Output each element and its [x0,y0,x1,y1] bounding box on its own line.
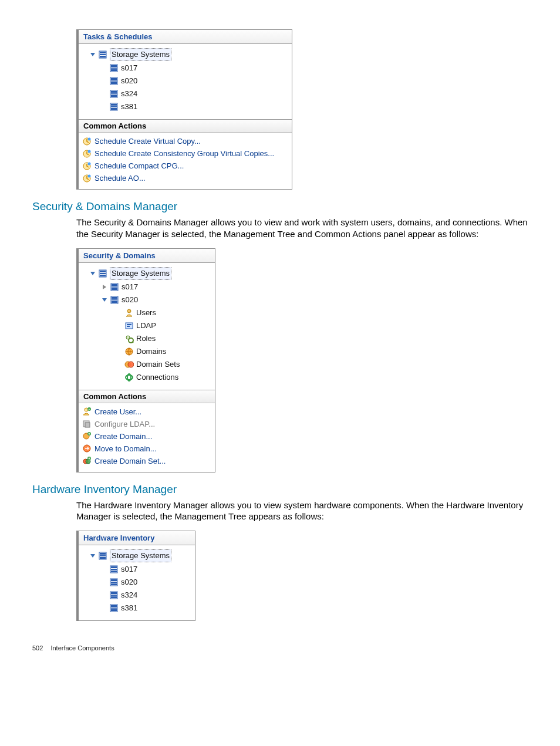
storage-icon [109,578,119,587]
management-tree: Storage Systems s017 s020 s324 s381 [79,44,292,119]
tree-item[interactable]: s020 [82,576,191,589]
tree-item[interactable]: s020 [82,75,288,87]
configure-ldap-icon [82,419,92,428]
action-label: Create Domain... [95,430,152,443]
tree-item[interactable]: s381 [82,602,191,615]
tree-root[interactable]: Storage Systems [82,549,191,563]
action-link[interactable]: Schedule Create Virtual Copy... [82,135,288,147]
tree-root-label: Storage Systems [110,48,171,61]
section-heading-security: Security & Domains Manager [32,200,528,213]
body-text: The Hardware Inventory Manager allows yo… [76,499,528,523]
tree-item-label: Roles [136,333,156,345]
tree-item[interactable]: s381 [82,100,288,113]
body-text: The Security & Domains Manager allows yo… [76,217,528,240]
expand-down-icon[interactable] [89,52,96,58]
tree-item-label: s020 [121,576,137,588]
storage-icon [109,590,119,600]
domain-icon [124,347,134,356]
domain-set-icon [124,360,134,369]
roles-icon [124,334,134,343]
tree-item[interactable]: s020 [82,293,211,306]
tree-item-label: Connections [136,372,178,383]
storage-icon [98,50,107,59]
action-link[interactable]: Schedule AO... [82,172,288,184]
tree-item[interactable]: s324 [82,87,288,100]
expand-down-icon[interactable] [89,270,96,276]
action-label: Move to Domain... [95,443,157,455]
tree-item[interactable]: s017 [82,563,191,576]
hardware-inventory-panel: Hardware Inventory Storage Systems s017 … [76,531,195,621]
storage-icon [110,295,119,305]
common-actions: Schedule Create Virtual Copy... Schedule… [79,133,292,189]
tree-item-label: s381 [121,602,137,614]
tree-item[interactable]: Users [82,306,211,319]
tree-item-label: Users [136,307,156,319]
tree-item-label: s381 [121,101,137,113]
expand-down-icon[interactable] [89,553,96,559]
action-create-domain[interactable]: Create Domain... [82,430,211,443]
management-tree: Storage Systems s017 s020 s324 s381 [79,545,195,620]
expand-down-icon[interactable] [101,296,107,303]
tree-item[interactable]: s324 [82,589,191,602]
tree-item[interactable]: s017 [82,62,288,75]
create-domain-set-icon [82,456,92,465]
action-label: Schedule Create Virtual Copy... [95,135,201,147]
action-configure-ldap[interactable]: Configure LDAP... [82,418,211,430]
schedule-icon [82,161,92,171]
panel-title: Hardware Inventory [79,531,195,545]
page-footer: 502 Interface Components [32,644,528,652]
section-heading-hardware: Hardware Inventory Manager [32,483,528,496]
connections-icon [124,373,134,382]
storage-icon [109,603,119,613]
common-actions-title: Common Actions [79,119,292,133]
storage-icon [109,89,119,99]
action-label: Configure LDAP... [95,418,155,430]
tree-item-label: s324 [121,88,137,100]
action-label: Create User... [95,406,141,418]
tree-item[interactable]: Domain Sets [82,358,211,371]
tree-item[interactable]: Domains [82,345,211,358]
tree-item-label: s017 [122,281,138,293]
panel-title: Tasks & Schedules [79,30,292,44]
tree-item[interactable]: Connections [82,371,211,384]
expand-right-icon[interactable] [101,283,107,290]
user-icon [124,308,134,318]
action-move-domain[interactable]: Move to Domain... [82,443,211,455]
action-create-user[interactable]: Create User... [82,406,211,418]
action-link[interactable]: Schedule Compact CPG... [82,160,288,172]
move-domain-icon [82,444,92,453]
tree-item[interactable]: Roles [82,332,211,345]
tree-item-label: s020 [121,75,137,87]
security-domains-panel: Security & Domains Storage Systems s017 … [76,248,215,472]
tree-item-label: s017 [121,62,137,74]
tree-root[interactable]: Storage Systems [82,48,288,62]
action-label: Create Domain Set... [95,455,166,467]
storage-icon [109,76,119,86]
tree-item[interactable]: LDAP [82,319,211,332]
common-actions: Create User... Configure LDAP... Create … [79,403,215,472]
tree-root-label: Storage Systems [110,267,171,280]
tree-root[interactable]: Storage Systems [82,266,211,281]
tree-item[interactable]: s017 [82,281,211,293]
action-create-domain-set[interactable]: Create Domain Set... [82,455,211,467]
storage-icon [109,63,119,73]
action-label: Schedule AO... [95,172,146,184]
tree-item-label: s017 [121,563,137,575]
storage-icon [109,102,119,112]
schedule-icon [82,174,92,183]
storage-icon [98,551,107,561]
tree-item-label: LDAP [136,320,156,332]
storage-icon [110,282,119,292]
storage-icon [109,565,119,574]
common-actions-title: Common Actions [79,390,215,403]
tree-item-label: Domain Sets [136,359,180,370]
action-label: Schedule Create Consistency Group Virtua… [95,147,274,160]
tasks-schedules-panel: Tasks & Schedules Storage Systems s017 s… [76,29,292,190]
page-number: 502 [32,644,49,652]
create-user-icon [82,407,92,416]
tree-root-label: Storage Systems [110,549,171,562]
tree-item-label: Domains [136,346,166,357]
action-link[interactable]: Schedule Create Consistency Group Virtua… [82,147,288,160]
tree-item-label: s020 [122,294,138,306]
schedule-icon [82,149,92,158]
